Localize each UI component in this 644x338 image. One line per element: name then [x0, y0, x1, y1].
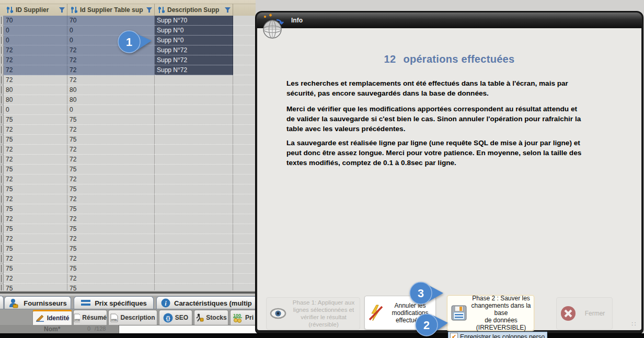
tab-resume[interactable]: HTML Résumé	[73, 310, 107, 325]
table-row[interactable]: 7575	[0, 115, 256, 125]
tab-prix-specifiques[interactable]: Prix spécifiques	[74, 296, 154, 309]
cell-description-supp[interactable]: Supp N°0	[155, 26, 233, 36]
cell-id-supplier-table-sup[interactable]: 75	[67, 204, 155, 214]
table-row[interactable]: 8080	[0, 85, 256, 95]
cell-id-supplier-table-sup[interactable]: 72	[67, 145, 155, 155]
cell-description-supp[interactable]	[155, 234, 233, 244]
phase2-save-button[interactable]: Phase 2 : Sauver les changements dans la…	[447, 295, 534, 331]
cell-id-supplier-table-sup[interactable]: 0	[67, 105, 155, 115]
cell-description-supp[interactable]	[155, 155, 233, 165]
cell-id-supplier-table-sup[interactable]: 75	[67, 264, 155, 274]
table-row[interactable]: 7272	[0, 274, 256, 284]
cell-id-supplier[interactable]: 72	[4, 145, 67, 155]
cell-id-supplier-table-sup[interactable]: 72	[67, 194, 155, 204]
cell-id-supplier[interactable]: 75	[4, 264, 67, 274]
cell-description-supp[interactable]	[155, 244, 233, 254]
table-row[interactable]: 7272	[0, 234, 256, 244]
table-row[interactable]: 7272	[0, 145, 256, 155]
table-row[interactable]: 7272Supp N°72	[0, 65, 256, 75]
cell-id-supplier-table-sup[interactable]: 75	[67, 184, 155, 194]
name-input[interactable]	[119, 325, 258, 334]
panel-splitter[interactable]	[0, 290, 256, 296]
cell-id-supplier[interactable]: 72	[4, 65, 67, 75]
filter-funnel-icon[interactable]	[59, 7, 65, 13]
cell-description-supp[interactable]	[155, 174, 233, 184]
cell-id-supplier-table-sup[interactable]: 72	[67, 125, 155, 135]
table-row[interactable]: 7272	[0, 194, 256, 204]
table-row[interactable]: 7070Supp N°70	[0, 16, 256, 26]
close-button[interactable]: Fermer	[556, 297, 613, 330]
cell-description-supp[interactable]	[155, 75, 233, 85]
table-row[interactable]: 7272	[0, 214, 256, 224]
table-row[interactable]: 00	[0, 105, 256, 115]
tab-identite[interactable]: Identité	[32, 310, 72, 325]
cell-id-supplier[interactable]: 70	[4, 16, 67, 26]
filter-funnel-icon[interactable]	[146, 7, 152, 13]
cell-id-supplier[interactable]: 72	[4, 234, 67, 244]
cell-id-supplier-table-sup[interactable]: 75	[67, 284, 155, 290]
cell-id-supplier-table-sup[interactable]: 75	[67, 244, 155, 254]
cell-description-supp[interactable]	[155, 274, 233, 284]
cell-id-supplier[interactable]: 72	[4, 45, 67, 55]
cell-description-supp[interactable]	[155, 264, 233, 274]
cell-id-supplier[interactable]: 72	[4, 214, 67, 224]
cell-description-supp[interactable]	[155, 284, 233, 290]
cell-description-supp[interactable]	[155, 105, 233, 115]
filter-funnel-icon[interactable]	[225, 7, 231, 13]
cell-id-supplier-table-sup[interactable]: 80	[67, 95, 155, 105]
cell-description-supp[interactable]	[155, 135, 233, 145]
cell-id-supplier-table-sup[interactable]: 72	[67, 55, 155, 65]
cell-id-supplier[interactable]: 0	[4, 36, 67, 45]
cell-id-supplier-table-sup[interactable]: 72	[67, 274, 155, 284]
cell-description-supp[interactable]: Supp N°0	[155, 36, 233, 45]
cell-description-supp[interactable]	[155, 165, 233, 174]
save-custom-columns-checkbox-row[interactable]: ✔ Enregistrer les colonnes perso	[448, 332, 547, 338]
phase1-apply-button[interactable]: Phase 1: Appliquer aux lignes sélectionn…	[266, 297, 360, 330]
cell-id-supplier[interactable]: 72	[4, 194, 67, 204]
table-row[interactable]: 7575	[0, 224, 256, 234]
cell-id-supplier-table-sup[interactable]: 72	[67, 65, 155, 75]
cell-id-supplier-table-sup[interactable]: 72	[67, 254, 155, 264]
checkbox[interactable]: ✔	[450, 333, 458, 338]
cell-description-supp[interactable]	[155, 254, 233, 264]
cell-description-supp[interactable]	[155, 95, 233, 105]
cell-description-supp[interactable]	[155, 204, 233, 214]
tab-fournisseurs[interactable]: Fournisseurs	[4, 296, 71, 309]
column-header-description-supp[interactable]: Description Supp	[155, 4, 233, 16]
cell-id-supplier-table-sup[interactable]: 75	[67, 224, 155, 234]
tab-description[interactable]: HTML Description	[108, 310, 157, 325]
cell-id-supplier[interactable]: 75	[4, 165, 67, 174]
cell-description-supp[interactable]	[155, 214, 233, 224]
cell-id-supplier[interactable]: 75	[4, 135, 67, 145]
cell-description-supp[interactable]	[155, 125, 233, 135]
cell-id-supplier-table-sup[interactable]: 72	[67, 155, 155, 165]
cell-id-supplier-table-sup[interactable]: 72	[67, 214, 155, 224]
cell-description-supp[interactable]	[155, 145, 233, 155]
table-row[interactable]: 7575	[0, 204, 256, 214]
cell-id-supplier[interactable]: 75	[4, 244, 67, 254]
cell-id-supplier-table-sup[interactable]: 75	[67, 115, 155, 125]
table-row[interactable]: 7575	[0, 135, 256, 145]
cell-id-supplier-table-sup[interactable]: 75	[67, 165, 155, 174]
resize-grip[interactable]: ⸬	[632, 320, 636, 327]
table-row[interactable]: 7575	[0, 184, 256, 194]
cell-id-supplier-table-sup[interactable]: 70	[67, 16, 155, 26]
cell-description-supp[interactable]: Supp N°72	[155, 45, 233, 55]
cell-description-supp[interactable]	[155, 184, 233, 194]
cell-id-supplier-table-sup[interactable]: 72	[67, 174, 155, 184]
table-row[interactable]: 7272	[0, 174, 256, 184]
cell-id-supplier-table-sup[interactable]: 75	[67, 135, 155, 145]
cell-id-supplier[interactable]: 75	[4, 184, 67, 194]
cell-description-supp[interactable]: Supp N°72	[155, 65, 233, 75]
cell-id-supplier[interactable]: 75	[4, 284, 67, 290]
column-header-id-supplier-table-sup[interactable]: Id Supplier Table sup	[68, 4, 155, 16]
cell-id-supplier[interactable]: 75	[4, 204, 67, 214]
table-row[interactable]: 8080	[0, 95, 256, 105]
tab-caracteristiques[interactable]: i Caractéristiques (multip	[156, 296, 261, 309]
cell-id-supplier[interactable]: 72	[4, 274, 67, 284]
cell-id-supplier[interactable]: 0	[4, 26, 67, 36]
cell-id-supplier-table-sup[interactable]: 72	[67, 75, 155, 85]
cell-id-supplier[interactable]: 75	[4, 224, 67, 234]
cell-description-supp[interactable]	[155, 85, 233, 95]
tab-stocks[interactable]: Stocks	[194, 310, 228, 325]
